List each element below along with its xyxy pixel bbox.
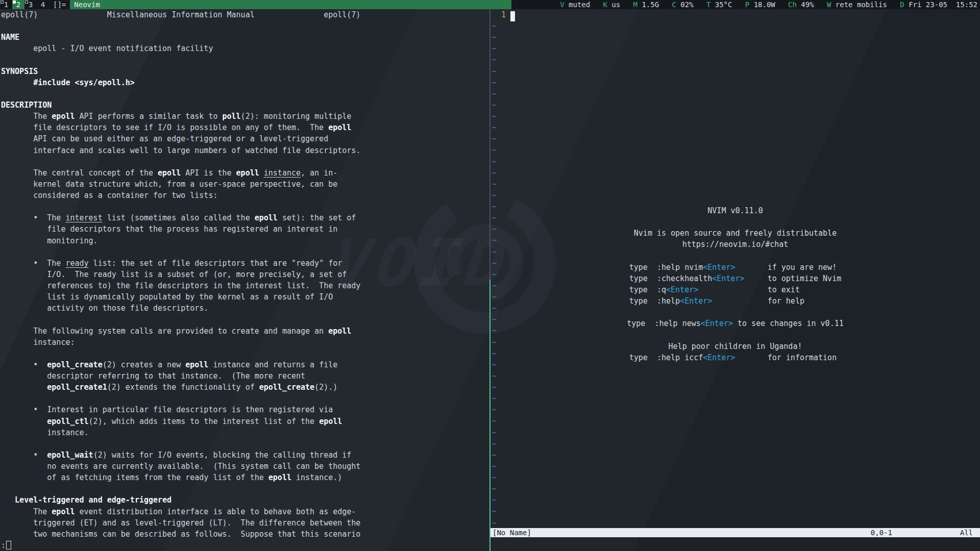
nvim-intro-line: type :help<Enter> for help — [491, 295, 980, 307]
man-line — [0, 201, 489, 212]
man-line: instance. — [0, 427, 489, 438]
dwm-status-bar: 1234 []= Neovim V muted K us M 1.5G C 02… — [0, 0, 980, 9]
man-line — [0, 348, 489, 359]
neovim-pane[interactable]: 1 ~ ~ ~ ~ ~ ~ ~ ~ ~ ~ ~ ~ ~ ~ ~ ~ ~ ~ ~ … — [491, 9, 980, 551]
status-key-P: P — [745, 1, 749, 9]
tag-occupied-square — [1, 1, 4, 4]
nvim-intro-line: https://neovim.io/#chat — [491, 239, 980, 250]
man-line: references to) the file descriptors in t… — [0, 280, 489, 291]
statusline-ruler: 0,0-1 — [871, 528, 892, 537]
pager-cursor — [6, 541, 11, 549]
man-line — [0, 314, 489, 325]
buffer-line-1: 1 — [492, 9, 515, 21]
man-line: file descriptors that the process has re… — [0, 223, 489, 235]
nvim-intro-line: Nvim is open source and freely distribut… — [491, 228, 980, 239]
man-line: The following system calls are provided … — [0, 325, 489, 337]
tag-2[interactable]: 2 — [12, 0, 24, 9]
terminal-pane-man-epoll[interactable]: epoll(7) Miscellaneous Information Manua… — [0, 9, 489, 551]
man-line — [0, 88, 489, 99]
man-line: monitoring. — [0, 235, 489, 246]
man-line — [0, 246, 489, 258]
man-line: • The interest list (sometimes also call… — [0, 212, 489, 223]
tag-occupied-square — [13, 1, 16, 4]
tag-1[interactable]: 1 — [0, 0, 12, 9]
man-line: Level-triggered and edge-triggered — [0, 494, 489, 506]
nvim-intro-line — [491, 307, 980, 318]
man-line: The epoll API performs a similar task to… — [0, 111, 489, 122]
tag-3[interactable]: 3 — [24, 0, 37, 9]
nvim-intro-line — [491, 216, 980, 228]
man-line: instance: — [0, 337, 489, 348]
man-line: • epoll_create(2) creates a new epoll in… — [0, 359, 489, 370]
nvim-intro-line: Help poor children in Uganda! — [491, 341, 980, 352]
nvim-intro-message: NVIM v0.11.0 Nvim is open source and fre… — [491, 205, 980, 363]
man-line — [0, 483, 489, 494]
man-line: • The ready list: the set of file descri… — [0, 258, 489, 269]
status-key-M: M — [633, 1, 638, 9]
statusline-filename: [No Name] — [493, 528, 531, 537]
man-line: epoll_create1(2) extends the functionali… — [0, 382, 489, 393]
man-line: API can be used either as an edge-trigge… — [0, 133, 489, 144]
status-key-C: C — [672, 1, 676, 9]
nvim-intro-line: type :q<Enter> to exit — [491, 284, 980, 295]
man-line: #include <sys/epoll.h> — [0, 77, 489, 88]
tag-list: 1234 — [0, 0, 49, 9]
man-line — [0, 438, 489, 449]
nvim-intro-line: type :help nvim<Enter> if you are new! — [491, 262, 980, 273]
nvim-intro-line — [491, 251, 980, 262]
man-line: The central concept of the epoll API is … — [0, 167, 489, 179]
man-line: epoll - I/O event notification facility — [0, 43, 489, 54]
man-line: activity on those file descriptors. — [0, 303, 489, 314]
desktop: VOID 1234 []= Neovim V muted K us M 1.5G… — [0, 0, 980, 551]
man-line: NAME — [0, 32, 489, 43]
man-line: kernel data structure which, from a user… — [0, 179, 489, 190]
man-line: of as fetching items from the ready list… — [0, 472, 489, 483]
status-key-V: V — [560, 1, 564, 9]
man-line: DESCRIPTION — [0, 99, 489, 111]
status-key-D: D — [900, 1, 904, 9]
nvim-intro-line: type :help iccf<Enter> for information — [491, 352, 980, 363]
layout-icon-tiled[interactable]: []= — [49, 0, 70, 9]
man-line: • epoll_wait(2) waits for I/O events, bl… — [0, 449, 489, 461]
pager-prompt[interactable]: : — [0, 540, 489, 551]
nvim-intro-line: type :help news<Enter> to see changes in… — [491, 318, 980, 329]
man-line — [0, 20, 489, 32]
man-line: interface and scales well to large numbe… — [0, 145, 489, 156]
man-line — [0, 393, 489, 404]
man-line: I/O. The ready list is a subset of (or, … — [0, 269, 489, 280]
status-key-Ch: Ch — [788, 1, 797, 9]
line-number: 1 — [492, 10, 506, 19]
man-line: two mechanisms can be described as follo… — [0, 529, 489, 540]
man-line — [0, 156, 489, 167]
man-line: considered as a container for two lists: — [0, 190, 489, 201]
nvim-intro-line: NVIM v0.11.0 — [491, 205, 980, 216]
man-line: epoll_ctl(2), which adds items to the in… — [0, 416, 489, 427]
tag-occupied-square — [25, 1, 28, 4]
nvim-statusline: [No Name] 0,0-1 All — [491, 528, 980, 537]
focused-window-title: Neovim — [70, 0, 511, 9]
man-line: The epoll event distribution interface i… — [0, 506, 489, 517]
status-text: V muted K us M 1.5G C 02% T 35°C P 18.0W… — [511, 0, 980, 9]
man-line: SYNOPSIS — [0, 66, 489, 77]
text-cursor — [510, 11, 515, 21]
man-line: • Interest in particular file descriptor… — [0, 404, 489, 415]
tag-4[interactable]: 4 — [37, 0, 49, 9]
man-line: no events are currently available. (This… — [0, 461, 489, 472]
statusline-scroll-indicator: All — [960, 528, 973, 537]
status-key-T: T — [706, 1, 710, 9]
nvim-intro-line: type :checkhealth<Enter> to optimize Nvi… — [491, 273, 980, 284]
man-line — [0, 55, 489, 66]
man-line: triggered (ET) and as level-triggered (L… — [0, 517, 489, 529]
man-line: list is dynamically populated by the ker… — [0, 291, 489, 303]
man-line: descriptor referring to that instance. (… — [0, 370, 489, 382]
man-line: file descriptors to see if I/O is possib… — [0, 122, 489, 133]
status-key-W: W — [827, 1, 831, 9]
man-line: epoll(7) Miscellaneous Information Manua… — [0, 9, 489, 20]
nvim-intro-line — [491, 329, 980, 340]
status-key-K: K — [603, 1, 607, 9]
